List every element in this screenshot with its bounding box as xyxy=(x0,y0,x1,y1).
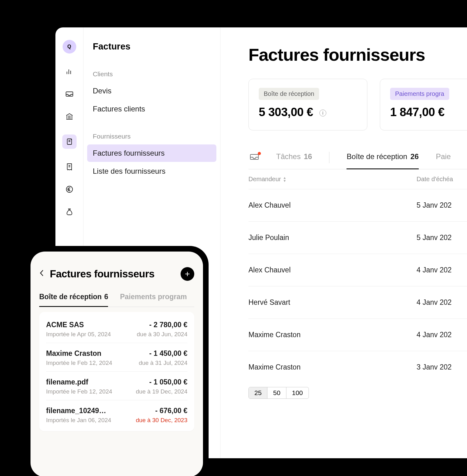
invoice-imported: Importée le Feb 12, 2024 xyxy=(46,388,112,395)
tab-tasks[interactable]: Tâches 16 xyxy=(276,146,312,169)
tabs: Tâches 16 Boîte de réception 26 Paie xyxy=(248,146,467,169)
page-size-option[interactable]: 50 xyxy=(267,387,286,398)
invoice-name: filename_10249… xyxy=(46,407,106,415)
invoice-due: due à 31 Jul, 2024 xyxy=(139,360,187,366)
invoice-imported: Importée le Apr 05, 2024 xyxy=(46,331,111,338)
tab-inbox[interactable]: Boîte de réception 26 xyxy=(347,146,419,169)
cell-due-date: 4 Janv 202 xyxy=(417,331,467,339)
inbox-icon[interactable] xyxy=(65,90,74,98)
phone-device: Factures fournisseurs + Boîte de récepti… xyxy=(25,246,209,476)
cell-requester: Maxime Craston xyxy=(248,331,417,339)
page-size-option[interactable]: 100 xyxy=(286,387,309,398)
phone-tabs: Boîte de réception6 Paiements program xyxy=(39,290,194,307)
cell-due-date: 5 Janv 202 xyxy=(417,201,467,210)
cell-requester: Hervé Savart xyxy=(248,298,417,307)
sidebar-item-factures-clients[interactable]: Factures clients xyxy=(87,100,216,118)
column-requester[interactable]: Demandeur ▴▾ xyxy=(248,176,417,183)
invoice-name: Maxime Craston xyxy=(46,349,101,358)
summary-cards: Boîte de réception 5 303,00 € i Paiement… xyxy=(248,79,467,130)
sidebar-group-label: Fournisseurs xyxy=(93,133,211,140)
phone-page-title: Factures fournisseurs xyxy=(50,268,175,280)
table-row[interactable]: Maxime Craston4 Janv 202 xyxy=(248,318,467,351)
card-scheduled-amount: 1 847,00 € xyxy=(390,106,467,119)
phone-invoice-row[interactable]: filename.pdf- 1 050,00 €Importée le Feb … xyxy=(46,372,187,400)
cell-requester: Maxime Craston xyxy=(248,363,417,371)
table-row[interactable]: Hervé Savart4 Janv 202 xyxy=(248,286,467,318)
table-body: Alex Chauvel5 Janv 202Julie Poulain5 Jan… xyxy=(248,189,467,383)
svg-point-1 xyxy=(66,186,73,192)
cell-due-date: 5 Janv 202 xyxy=(417,233,467,242)
sidebar-item-factures-fournisseurs[interactable]: Factures fournisseurs xyxy=(87,144,216,162)
card-scheduled-label: Paiements progra xyxy=(390,88,449,100)
info-icon[interactable]: i xyxy=(319,110,326,116)
sidebar-group-clients: Clients Devis Factures clients xyxy=(93,70,211,118)
invoice-name: filename.pdf xyxy=(46,378,88,386)
add-button[interactable]: + xyxy=(181,267,194,281)
invoice-due: due à 19 Dec, 2024 xyxy=(136,388,187,395)
sort-icon: ▴▾ xyxy=(284,176,286,182)
notification-inbox-icon[interactable] xyxy=(250,153,259,162)
notification-dot-icon xyxy=(258,152,261,155)
phone-invoice-list: ACME SAS- 2 780,00 €Importée le Apr 05, … xyxy=(39,312,194,431)
invoice-amount: - 1 050,00 € xyxy=(149,378,187,386)
bank-icon[interactable] xyxy=(65,112,74,121)
phone-invoice-row[interactable]: Maxime Craston- 1 450,00 €Importée le Fe… xyxy=(46,343,187,372)
column-due-date[interactable]: Date d'échéa xyxy=(417,176,467,183)
cell-due-date: 3 Janv 202 xyxy=(417,363,467,371)
back-icon[interactable] xyxy=(39,269,44,279)
page-size-option[interactable]: 25 xyxy=(249,387,267,398)
sidebar-item-liste-fournisseurs[interactable]: Liste des fournisseurs xyxy=(87,163,216,180)
pagination: 25 50 100 xyxy=(248,387,309,399)
invoice-amount: - 1 450,00 € xyxy=(149,349,187,358)
invoice-name: ACME SAS xyxy=(46,321,84,329)
sidebar-group-fournisseurs: Fournisseurs Factures fournisseurs Liste… xyxy=(93,133,211,180)
card-inbox-label: Boîte de réception xyxy=(259,88,319,100)
analytics-icon[interactable] xyxy=(65,67,74,76)
phone-tab-scheduled[interactable]: Paiements program xyxy=(120,290,187,307)
sidebar-group-label: Clients xyxy=(93,70,211,78)
table-row[interactable]: Alex Chauvel5 Janv 202 xyxy=(248,189,467,221)
cell-requester: Alex Chauvel xyxy=(248,266,417,274)
cell-due-date: 4 Janv 202 xyxy=(417,266,467,274)
main-content: Factures fournisseurs Boîte de réception… xyxy=(220,27,467,458)
table-row[interactable]: Julie Poulain5 Janv 202 xyxy=(248,221,467,254)
cell-due-date: 4 Janv 202 xyxy=(417,298,467,307)
euro-icon[interactable] xyxy=(65,185,74,194)
invoice-due: due à 30 Dec, 2023 xyxy=(136,417,187,424)
tab-payments[interactable]: Paie xyxy=(436,146,451,169)
card-scheduled[interactable]: Paiements progra 1 847,00 € xyxy=(380,79,467,130)
tab-separator xyxy=(329,152,329,163)
money-bag-icon[interactable] xyxy=(65,207,74,216)
phone-invoice-row[interactable]: ACME SAS- 2 780,00 €Importée le Apr 05, … xyxy=(46,314,187,343)
phone-header: Factures fournisseurs + xyxy=(39,267,194,281)
cell-requester: Alex Chauvel xyxy=(248,201,417,210)
table-header: Demandeur ▴▾ Date d'échéa xyxy=(248,169,467,189)
phone-screen: Factures fournisseurs + Boîte de récepti… xyxy=(31,252,203,476)
phone-tab-inbox[interactable]: Boîte de réception6 xyxy=(39,290,108,307)
invoice-amount: - 676,00 € xyxy=(155,407,187,415)
sidebar-item-devis[interactable]: Devis xyxy=(87,82,216,100)
invoices-icon[interactable] xyxy=(62,134,77,149)
invoice-imported: Importée le Feb 12, 2024 xyxy=(46,360,112,366)
invoice-imported: Importés le Jan 06, 2024 xyxy=(46,417,111,424)
page-title: Factures fournisseurs xyxy=(248,45,467,65)
phone-invoice-row[interactable]: filename_10249…- 676,00 €Importés le Jan… xyxy=(46,400,187,429)
sidebar-heading: Factures xyxy=(93,41,211,52)
table-row[interactable]: Alex Chauvel4 Janv 202 xyxy=(248,254,467,286)
invoice-due: due à 30 Jun, 2024 xyxy=(137,331,187,338)
workspace-logo[interactable]: Q xyxy=(63,40,76,54)
table-row[interactable]: Maxime Craston3 Janv 202 xyxy=(248,351,467,383)
invoice-amount: - 2 780,00 € xyxy=(149,321,187,329)
receipt-icon[interactable] xyxy=(65,163,74,171)
card-inbox-amount: 5 303,00 € i xyxy=(259,106,357,119)
card-inbox[interactable]: Boîte de réception 5 303,00 € i xyxy=(248,79,367,130)
cell-requester: Julie Poulain xyxy=(248,233,417,242)
